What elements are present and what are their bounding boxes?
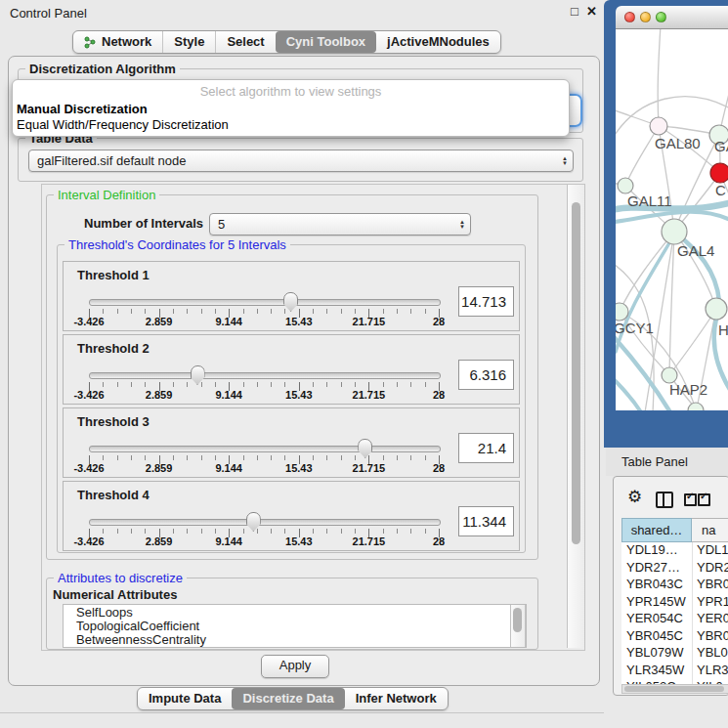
table-row[interactable]: YER054C YER0	[621, 611, 728, 628]
column-header-shared-name[interactable]: shared…	[621, 518, 692, 542]
network-nodes[interactable]	[616, 117, 728, 410]
threshold-2-value-input[interactable]: 6.316	[458, 360, 514, 390]
node-bottom-partial[interactable]	[688, 403, 704, 410]
minimize-button[interactable]	[640, 12, 651, 22]
node-gal4[interactable]	[662, 219, 687, 244]
tab-select[interactable]: Select	[215, 31, 275, 53]
threshold-3-slider[interactable]: -3.426 2.859 9.144 15.43 21.715 28	[89, 446, 439, 475]
tab-network-label: Network	[102, 31, 151, 53]
tick-label: 9.144	[197, 535, 260, 547]
zoom-button[interactable]	[656, 12, 666, 22]
float-panel-icon[interactable]: □	[571, 4, 578, 19]
cell-shared-name[interactable]: YDL19…	[621, 542, 692, 560]
network-window-frame[interactable]: GAL80 GA GAL11 C GAL4 GCY1 H HAP2	[604, 0, 728, 448]
table-row[interactable]: YPR145W YPR1	[621, 594, 728, 612]
table-row[interactable]: YDL19… YDL1	[621, 542, 728, 560]
slider-track[interactable]	[89, 446, 441, 452]
column-header-name[interactable]: na	[692, 518, 728, 542]
node-label-gal4: GAL4	[677, 242, 714, 259]
algorithm-option-equal-width[interactable]: Equal Width/Frequency Discretization	[17, 117, 229, 132]
list-item[interactable]: BetweennessCentrality	[64, 633, 526, 647]
cell-shared-name[interactable]: YLR345W	[621, 663, 692, 680]
tick-label: 15.43	[268, 462, 330, 474]
table-data-combobox[interactable]: galFiltered.sif default node ▲ ▼	[28, 150, 574, 172]
threshold-4-value-input[interactable]: 11.344	[458, 506, 514, 536]
tick-label: 2.859	[128, 535, 191, 547]
cell-shared-name[interactable]: YPR145W	[621, 594, 692, 612]
cell-name[interactable]: YPR1	[692, 594, 728, 612]
discretization-algorithm-group-title: Discretization Algorithm	[25, 62, 180, 76]
cell-name[interactable]: YER0	[692, 611, 728, 628]
node-gal80[interactable]	[650, 117, 667, 135]
algorithm-option-manual[interactable]: Manual Discretization	[17, 102, 148, 116]
tab-jactivemnodules-label: jActiveMNodules	[387, 31, 490, 53]
table-row[interactable]: YLR345W YLR3	[621, 663, 728, 680]
list-item[interactable]: TopologicalCoefficient	[64, 620, 526, 633]
attributes-scrollbar-thumb[interactable]	[513, 608, 522, 632]
attributes-group-title: Attributes to discretize	[54, 571, 187, 585]
tick-label: 15.43	[268, 535, 330, 547]
node-red-selected[interactable]	[710, 163, 728, 183]
split-columns-icon[interactable]	[656, 492, 673, 508]
network-canvas[interactable]: GAL80 GA GAL11 C GAL4 GCY1 H HAP2	[616, 29, 728, 410]
slider-track[interactable]	[89, 519, 441, 526]
tab-network[interactable]: Network	[73, 31, 162, 53]
cell-shared-name[interactable]: YER054C	[621, 611, 692, 628]
attributes-list-scrollbar[interactable]	[510, 605, 526, 647]
close-button[interactable]	[624, 12, 635, 22]
table-row[interactable]: YBR045C YBR0	[621, 628, 728, 646]
list-item[interactable]: SelfLoops	[64, 605, 526, 620]
tab-impute-data[interactable]: Impute Data	[138, 688, 232, 709]
number-of-intervals-combobox[interactable]: 5 ▲ ▼	[209, 213, 471, 236]
select-all-checkbox-icon[interactable]	[684, 493, 697, 506]
table-row[interactable]: YBL079W YBL0	[621, 645, 728, 663]
tab-cyni-toolbox[interactable]: Cyni Toolbox	[276, 31, 376, 53]
table-row[interactable]: YBR043C YBR0	[621, 577, 728, 594]
cell-name[interactable]: YBL0	[692, 645, 728, 663]
algorithm-dropdown-prompt: Select algorithm to view settings	[13, 84, 569, 99]
slider-track[interactable]	[89, 299, 441, 306]
table-settings-gear-icon[interactable]: ⚙	[627, 487, 642, 507]
apply-button[interactable]: Apply	[261, 655, 329, 678]
tab-jactivemnodules[interactable]: jActiveMNodules	[376, 31, 500, 53]
tab-infer-network[interactable]: Infer Network	[345, 688, 448, 709]
node-label-gal80: GAL80	[655, 135, 701, 151]
cell-shared-name[interactable]: YBL079W	[621, 645, 692, 663]
cell-name[interactable]: YBR0	[692, 577, 728, 594]
node-attribute-table[interactable]: shared… na YDL19… YDL1 YDR27… YDR2 YBR04…	[621, 518, 728, 685]
node-label-partial-h: H	[718, 321, 728, 338]
network-graph[interactable]: GAL80 GA GAL11 C GAL4 GCY1 H HAP2	[616, 29, 728, 410]
cell-shared-name[interactable]: YBR043C	[621, 577, 692, 594]
tab-style[interactable]: Style	[162, 31, 215, 53]
threshold-1-value-input[interactable]: 14.713	[458, 286, 514, 317]
node-gal11[interactable]	[618, 178, 633, 193]
table-row[interactable]: YDR27… YDR2	[621, 560, 728, 578]
cell-name[interactable]: YDR2	[692, 560, 728, 578]
slider-track[interactable]	[89, 372, 441, 379]
settings-scrollbar-thumb[interactable]	[572, 202, 580, 544]
select-none-checkbox-icon[interactable]	[698, 493, 710, 506]
threshold-3-value-input[interactable]: 21.4	[458, 433, 514, 463]
threshold-2-slider[interactable]: -3.426 2.859 9.144 15.43 21.715 28	[89, 372, 439, 402]
node-gcy1[interactable]	[616, 303, 628, 321]
cell-shared-name[interactable]: YDR27…	[621, 560, 692, 578]
tab-discretize-data[interactable]: Discretize Data	[232, 688, 344, 709]
tick-label: -3.426	[58, 389, 120, 401]
tab-select-label: Select	[227, 31, 264, 53]
close-panel-icon[interactable]: ✕	[586, 4, 597, 19]
cell-name[interactable]: YLR3	[692, 663, 728, 680]
cell-name[interactable]: YDL1	[692, 542, 728, 560]
cell-shared-name[interactable]: YBR045C	[621, 628, 692, 646]
cell-name[interactable]: YBR0	[692, 628, 728, 646]
node-h[interactable]	[706, 298, 727, 320]
tick-label: 28	[407, 535, 470, 547]
settings-vertical-scrollbar[interactable]	[567, 185, 585, 648]
table-data-group: Table Data galFiltered.sif default node …	[18, 138, 583, 182]
threshold-1-slider[interactable]: -3.426 2.859 9.144 15.43 21.715 28	[89, 299, 439, 328]
network-window-titlebar[interactable]	[616, 6, 728, 29]
node-label-gcy1: GCY1	[616, 320, 654, 336]
table-data-combobox-value: galFiltered.sif default node	[37, 153, 186, 168]
table-scrollbar-thumb[interactable]	[624, 686, 724, 692]
table-horizontal-scrollbar[interactable]	[621, 684, 728, 694]
threshold-4-slider[interactable]: -3.426 2.859 9.144 15.43 21.715 28	[89, 519, 439, 548]
